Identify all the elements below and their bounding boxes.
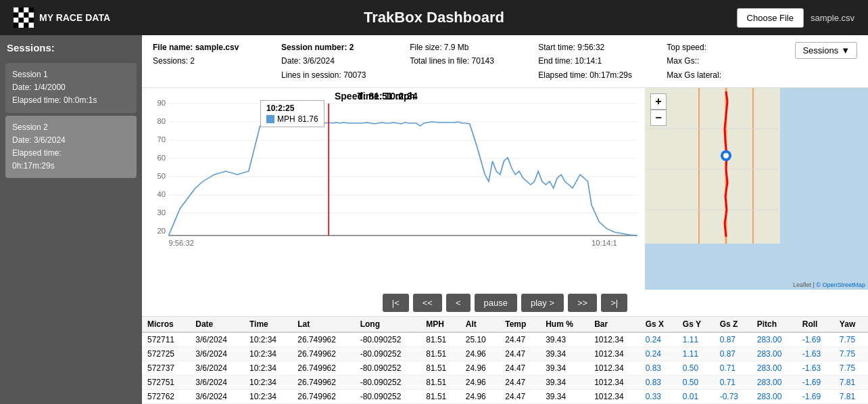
table-cell: 7.81	[834, 390, 868, 404]
time-col: Start time: 9:56:32 End time: 10:14:1 El…	[538, 41, 653, 82]
table-cell: 10:2:34	[244, 361, 292, 376]
table-cell: 26.749962	[292, 390, 354, 404]
header-actions: Choose File sample.csv	[737, 8, 854, 28]
table-cell: -80.090252	[355, 390, 421, 404]
table-cell: 572711	[142, 332, 190, 347]
svg-rect-15	[24, 23, 29, 28]
tooltip-color-swatch	[266, 115, 274, 123]
sessions-dropdown-label: Sessions	[802, 45, 838, 55]
col-bar: Bar	[589, 317, 640, 332]
col-date: Date	[190, 317, 244, 332]
svg-rect-14	[19, 23, 24, 28]
svg-rect-1	[14, 7, 19, 13]
table-cell: 283.00	[752, 361, 797, 376]
table-cell: 24.47	[500, 347, 540, 361]
svg-text:20: 20	[158, 227, 166, 235]
table-cell: 10:2:34	[244, 376, 292, 390]
logo: MY RACE DATA	[14, 7, 110, 28]
playback-prev-button[interactable]: <	[446, 294, 471, 312]
table-cell: 24.96	[460, 347, 500, 361]
svg-rect-5	[14, 13, 19, 18]
sidebar-item-session-2[interactable]: Session 2 Date: 3/6/2024 Elapsed time:0h…	[5, 116, 137, 179]
logo-text: MY RACE DATA	[39, 12, 110, 23]
sessions-dropdown-button[interactable]: Sessions ▼	[795, 42, 857, 59]
table-cell: 81.51	[420, 347, 460, 361]
table-cell: 26.749962	[292, 347, 354, 361]
table-cell: 26.749962	[292, 376, 354, 390]
session-1-elapsed: Elapsed time: 0h:0m:1s	[12, 94, 130, 107]
table-cell: 283.00	[752, 376, 797, 390]
table-cell: 7.81	[834, 376, 868, 390]
table-cell: 24.96	[460, 390, 500, 404]
table-cell: 39.34	[540, 376, 589, 390]
table-row: 5727113/6/202410:2:3426.749962-80.090252…	[142, 332, 868, 347]
table-cell: 0.83	[640, 361, 677, 376]
svg-text:50: 50	[158, 173, 166, 180]
svg-text:80: 80	[158, 118, 166, 125]
session-1-date: Date: 1/4/2000	[12, 81, 130, 94]
col-pitch: Pitch	[752, 317, 797, 332]
svg-text:90: 90	[158, 99, 166, 107]
col-lat: Lat	[292, 317, 354, 332]
filename-label: sample.csv	[811, 13, 854, 23]
table-cell: -1.69	[797, 390, 834, 404]
svg-rect-7	[24, 13, 29, 18]
svg-text:40: 40	[158, 191, 166, 198]
sidebar-item-session-1[interactable]: Session 1 Date: 1/4/2000 Elapsed time: 0…	[5, 63, 137, 113]
svg-text:9:56:32: 9:56:32	[168, 240, 194, 247]
playback-first-button[interactable]: |<	[383, 294, 409, 312]
osm-link[interactable]: © OpenStreetMap	[816, 282, 865, 288]
session-detail-col: Session number: 2 Date: 3/6/2024 Lines i…	[281, 41, 396, 82]
tooltip-mph-value: 81.76	[298, 114, 318, 124]
table-cell: 0.83	[640, 376, 677, 390]
playback-play-button[interactable]: play >	[521, 294, 564, 312]
chart-speed-display: Speed: 81.51 mph	[335, 91, 415, 102]
map-placeholder[interactable]: + − Leaflet | © OpenStreetMap	[645, 88, 868, 290]
table-cell: 283.00	[752, 332, 797, 347]
col-yaw: Yaw	[834, 317, 868, 332]
table-cell: 0.71	[715, 376, 752, 390]
playback-pause-button[interactable]: pause	[475, 294, 517, 312]
main-layout: Sessions: Session 1 Date: 1/4/2000 Elaps…	[0, 35, 868, 404]
svg-rect-11	[24, 18, 29, 23]
speed-chart-svg[interactable]: 90 80 70 60 50 40 30 20 9:56:32 10:14:1	[142, 93, 645, 249]
col-long: Long	[355, 317, 421, 332]
svg-text:60: 60	[158, 154, 166, 162]
playback-last-button[interactable]: >|	[601, 294, 627, 312]
table-header: Micros Date Time Lat Long MPH Alt Temp H…	[142, 317, 868, 332]
choose-file-button[interactable]: Choose File	[737, 8, 804, 28]
map-zoom-controls: + −	[650, 93, 667, 126]
table-row: 5727513/6/202410:2:3426.749962-80.090252…	[142, 376, 868, 390]
table-cell: 39.34	[540, 361, 589, 376]
svg-text:30: 30	[158, 209, 166, 217]
sessions-dropdown-container: Sessions ▼	[795, 41, 857, 59]
table-cell: 7.75	[834, 332, 868, 347]
playback-next-fast-button[interactable]: >>	[568, 294, 597, 312]
map-zoom-in-button[interactable]: +	[650, 93, 667, 110]
table-cell: 1.11	[677, 347, 715, 361]
table-cell: -80.090252	[355, 347, 421, 361]
table-cell: 24.47	[500, 390, 540, 404]
chart-container[interactable]: Time: 10:2:34 Speed: 81.51 mph 10:2:25 M…	[142, 88, 645, 290]
map-zoom-out-button[interactable]: −	[650, 110, 667, 126]
map-svg	[645, 88, 868, 244]
table-cell: 24.96	[460, 361, 500, 376]
table-cell: -0.73	[715, 390, 752, 404]
sidebar-title: Sessions:	[0, 42, 142, 60]
table-cell: 0.50	[677, 361, 715, 376]
chart-map-area: Time: 10:2:34 Speed: 81.51 mph 10:2:25 M…	[142, 88, 868, 290]
svg-rect-12	[29, 18, 34, 23]
table-cell: 572762	[142, 390, 190, 404]
table-cell: -1.63	[797, 361, 834, 376]
table-cell: 3/6/2024	[190, 376, 244, 390]
table-cell: 81.51	[420, 361, 460, 376]
sidebar: Sessions: Session 1 Date: 1/4/2000 Elaps…	[0, 35, 142, 404]
table-cell: 24.47	[500, 361, 540, 376]
col-mph: MPH	[420, 317, 460, 332]
info-bar: File name: sample.csv Sessions: 2 Sessio…	[142, 35, 868, 88]
table-cell: 10:2:34	[244, 347, 292, 361]
table-cell: 81.51	[420, 332, 460, 347]
svg-point-44	[723, 153, 729, 158]
table-cell: -1.69	[797, 332, 834, 347]
playback-prev-fast-button[interactable]: <<	[413, 294, 442, 312]
